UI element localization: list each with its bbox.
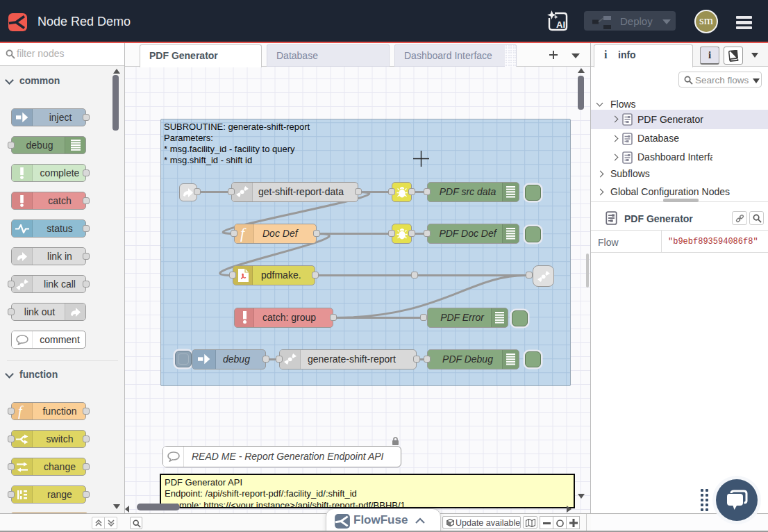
- svg-text:f: f: [240, 225, 247, 242]
- svg-text:AI: AI: [556, 19, 565, 30]
